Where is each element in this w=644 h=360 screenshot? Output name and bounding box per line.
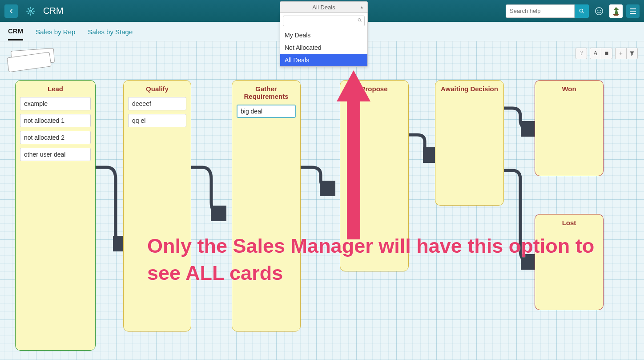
svg-point-3 bbox=[597, 10, 598, 11]
column-awaiting-decision[interactable]: Awaiting Decision bbox=[435, 80, 504, 206]
search-icon bbox=[357, 18, 362, 24]
card[interactable]: qq el bbox=[128, 114, 186, 127]
canvas-toolbar: ? A ■ + bbox=[576, 48, 638, 59]
card-stack-icon[interactable] bbox=[8, 49, 54, 72]
column-lead-title: Lead bbox=[20, 85, 91, 93]
card[interactable]: other user deal bbox=[20, 148, 91, 161]
search-input[interactable] bbox=[506, 4, 575, 18]
style-group: A ■ bbox=[590, 48, 612, 59]
column-gather[interactable]: Gather Requirements big deal bbox=[232, 80, 301, 332]
smiley-icon bbox=[594, 6, 604, 16]
avatar-image bbox=[610, 5, 622, 17]
filter-button[interactable] bbox=[626, 48, 638, 59]
search-wrap bbox=[506, 4, 589, 18]
dropdown-search-wrap bbox=[280, 13, 367, 29]
caret-up-icon: ▲ bbox=[360, 5, 364, 9]
canvas[interactable]: ? A ■ + Lead examp bbox=[0, 41, 644, 360]
help-button[interactable]: ? bbox=[576, 48, 587, 59]
svg-point-4 bbox=[600, 10, 601, 11]
menu-button[interactable] bbox=[626, 4, 640, 18]
column-gather-title: Gather Requirements bbox=[237, 85, 296, 100]
font-button[interactable]: A bbox=[590, 48, 601, 59]
svg-point-0 bbox=[30, 10, 32, 12]
column-won-title: Won bbox=[539, 85, 599, 93]
search-button[interactable] bbox=[575, 4, 589, 18]
arrow-left-icon bbox=[8, 8, 14, 14]
card[interactable]: big deal bbox=[237, 105, 296, 118]
column-lost-title: Lost bbox=[539, 219, 599, 227]
add-button[interactable]: + bbox=[615, 48, 627, 59]
dropdown-option-my-deals[interactable]: My Deals bbox=[280, 29, 367, 41]
dropdown-search-input[interactable] bbox=[283, 16, 365, 26]
column-propose[interactable]: Propose bbox=[340, 80, 409, 271]
card[interactable]: example bbox=[20, 97, 91, 110]
card[interactable]: deeeef bbox=[128, 97, 186, 110]
tab-sales-by-stage[interactable]: Sales by Stage bbox=[88, 23, 133, 40]
svg-point-1 bbox=[580, 9, 583, 12]
column-lost[interactable]: Lost bbox=[535, 214, 604, 310]
column-propose-title: Propose bbox=[345, 85, 404, 93]
deals-filter-dropdown[interactable]: All Deals ▲ My Deals Not Allocated All D… bbox=[280, 1, 368, 67]
back-button[interactable] bbox=[4, 4, 18, 18]
funnel-icon bbox=[629, 51, 635, 56]
svg-point-2 bbox=[596, 7, 603, 15]
app-logo-icon bbox=[24, 4, 37, 18]
tab-crm[interactable]: CRM bbox=[8, 22, 23, 40]
column-await-title: Awaiting Decision bbox=[440, 85, 499, 93]
search-icon bbox=[579, 8, 585, 14]
card[interactable]: not allocated 1 bbox=[20, 114, 91, 127]
avatar[interactable] bbox=[609, 4, 623, 18]
dropdown-option-all-deals[interactable]: All Deals bbox=[280, 54, 367, 66]
dropdown-selected[interactable]: All Deals ▲ bbox=[280, 1, 368, 13]
column-qualify-title: Qualify bbox=[128, 85, 186, 93]
card[interactable]: not allocated 2 bbox=[20, 131, 91, 144]
add-filter-group: + bbox=[615, 48, 638, 59]
dropdown-body: My Deals Not Allocated All Deals bbox=[280, 13, 368, 67]
column-lead[interactable]: Lead example not allocated 1 not allocat… bbox=[15, 80, 96, 351]
tab-sales-by-rep[interactable]: Sales by Rep bbox=[36, 23, 75, 40]
dropdown-option-not-allocated[interactable]: Not Allocated bbox=[280, 41, 367, 54]
dropdown-selected-label: All Deals bbox=[312, 4, 335, 11]
svg-point-6 bbox=[358, 19, 361, 21]
hamburger-icon bbox=[629, 8, 636, 14]
column-won[interactable]: Won bbox=[535, 80, 604, 176]
feedback-button[interactable] bbox=[592, 4, 606, 18]
block-button[interactable]: ■ bbox=[601, 48, 612, 59]
app-title: CRM bbox=[43, 6, 64, 16]
column-qualify[interactable]: Qualify deeeef qq el bbox=[123, 80, 191, 332]
topbar-right bbox=[506, 4, 640, 18]
